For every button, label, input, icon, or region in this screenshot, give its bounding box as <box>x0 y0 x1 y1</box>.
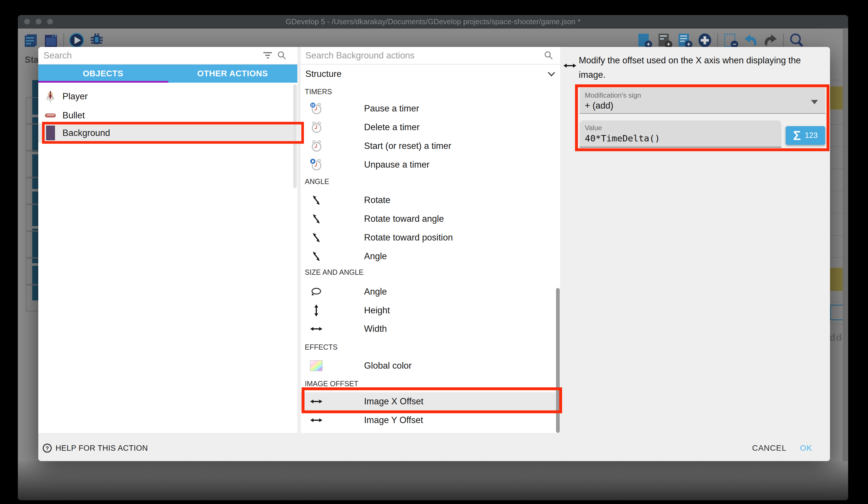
action-item-label: Delete a timer <box>364 122 420 132</box>
search-icon[interactable] <box>544 51 553 61</box>
add-new-icon[interactable] <box>697 32 713 48</box>
editor-scrollbar-area <box>843 28 848 500</box>
value-label: Value <box>585 124 602 132</box>
actions-panel: Search Background actions Structure TIME… <box>301 47 560 433</box>
horizontal-arrow-icon <box>309 413 323 427</box>
rotate-diagonal-arrow-icon <box>309 231 323 244</box>
player-ship-icon <box>43 88 58 105</box>
timer-icon <box>309 120 323 134</box>
cancel-button[interactable]: CANCEL <box>752 442 787 454</box>
svg-text:?: ? <box>45 445 49 451</box>
edit-action-dialog: Search OBJECTS OTHER ACTIONS Player <box>38 47 830 461</box>
action-item-label: Rotate toward angle <box>364 214 444 224</box>
section-title-angle: ANGLE <box>305 177 329 186</box>
action-item-pause-timer[interactable]: Pause a timer <box>301 99 556 118</box>
action-item-label: Rotate toward position <box>364 232 453 243</box>
expression-editor-button[interactable]: Σ 123 <box>786 126 825 145</box>
undo-icon[interactable] <box>743 32 758 48</box>
action-item-start-timer[interactable]: Start (or reset) a timer <box>301 137 556 155</box>
event-condition-box <box>26 124 40 151</box>
rotation-ellipse-icon <box>309 285 323 299</box>
group-select-value: Structure <box>306 64 342 83</box>
object-label: Background <box>62 128 110 138</box>
event-condition-box <box>26 258 40 284</box>
add-comment-icon[interactable]: + <box>677 32 692 48</box>
section-title-size-and-angle: SIZE AND ANGLE <box>305 268 363 276</box>
action-item-angle-rotation[interactable]: Angle <box>301 283 556 301</box>
vertical-arrow-icon <box>309 304 323 317</box>
action-item-rotate[interactable]: Rotate <box>301 191 556 209</box>
event-condition-box <box>26 97 40 124</box>
object-row-bullet[interactable]: Bullet <box>38 106 294 125</box>
search-icon[interactable] <box>277 51 286 61</box>
objects-search-field[interactable]: Search <box>38 47 297 64</box>
event-selection-outline <box>830 305 844 320</box>
group-select[interactable]: Structure <box>301 64 556 83</box>
event-condition-box <box>26 151 40 178</box>
object-row-player[interactable]: Player <box>38 87 294 106</box>
action-item-label: Image Y Offset <box>364 415 423 425</box>
ok-button[interactable]: OK <box>795 442 817 454</box>
add-event-icon[interactable]: + <box>637 32 652 48</box>
delete-event-icon[interactable]: − <box>723 32 738 48</box>
action-item-label: Global color <box>364 361 412 371</box>
action-item-rotate-toward-position[interactable]: Rotate toward position <box>301 228 556 247</box>
action-item-rotate-toward-angle[interactable]: Rotate toward angle <box>301 210 556 228</box>
project-manager-icon[interactable] <box>23 32 39 48</box>
action-item-angle[interactable]: Angle <box>301 247 556 265</box>
action-item-label: Angle <box>364 251 387 262</box>
section-title-effects: EFFECTS <box>305 343 338 351</box>
tab-objects[interactable]: OBJECTS <box>38 64 168 83</box>
value-input[interactable]: Value 40*TimeDelta() <box>580 120 782 148</box>
sigma-icon: Σ <box>793 129 800 142</box>
modification-sign-select[interactable]: Modification's sign + (add) <box>580 88 825 114</box>
numeric-expression-badge: 123 <box>805 131 818 140</box>
scene-tab-label: Sta <box>25 55 39 65</box>
action-item-delete-timer[interactable]: Delete a timer <box>301 118 556 137</box>
horizontal-arrow-icon <box>309 395 323 409</box>
dropdown-caret-icon <box>811 100 818 104</box>
help-question-icon: ? <box>42 443 52 453</box>
action-item-label: Width <box>364 324 387 334</box>
tab-other-actions-label: OTHER ACTIONS <box>197 69 268 78</box>
objects-search-placeholder: Search <box>43 47 72 64</box>
redo-icon[interactable] <box>763 32 778 48</box>
rotate-diagonal-arrow-icon <box>309 249 323 263</box>
action-item-height[interactable]: Height <box>301 301 556 320</box>
toolbar-search-icon[interactable] <box>788 32 804 48</box>
active-tab-underline <box>38 81 168 83</box>
action-description: Modify the offset used on the X axis whe… <box>579 53 829 82</box>
action-item-label: Rotate <box>364 195 390 205</box>
object-tabs: OBJECTS OTHER ACTIONS <box>38 64 297 83</box>
filter-icon[interactable] <box>264 52 272 60</box>
tab-other-actions[interactable]: OTHER ACTIONS <box>168 64 297 83</box>
action-item-label: Unpause a timer <box>364 160 430 170</box>
action-item-unpause-timer[interactable]: Unpause a timer <box>301 155 556 174</box>
chevron-down-icon <box>547 71 556 78</box>
toolbar-divider <box>717 33 718 48</box>
titlebar: GDevelop 5 - /Users/dkarakay/Documents/G… <box>18 15 848 29</box>
actions-scrollbar[interactable] <box>556 288 560 433</box>
action-item-width[interactable]: Width <box>301 320 556 338</box>
add-subevent-icon[interactable]: + <box>657 32 672 48</box>
action-item-global-color[interactable]: Global color <box>301 356 556 375</box>
action-item-image-y-offset[interactable]: Image Y Offset <box>301 411 556 430</box>
objects-scrollbar[interactable] <box>293 84 297 188</box>
debugger-bug-icon[interactable] <box>89 32 104 48</box>
action-item-image-x-offset-selected[interactable]: Image X Offset <box>301 392 556 410</box>
unpause-timer-icon <box>309 158 323 172</box>
action-item-label: Pause a timer <box>364 103 419 114</box>
background-swatch-icon <box>43 124 58 142</box>
actions-search-placeholder: Search Background actions <box>306 47 414 64</box>
help-for-action-button[interactable]: ? HELP FOR THIS ACTION <box>42 442 148 454</box>
preview-play-icon[interactable] <box>69 32 84 48</box>
object-label: Bullet <box>62 110 85 121</box>
bullet-icon <box>43 107 58 124</box>
highlighted-event-row <box>829 268 844 291</box>
modification-sign-value: + (add) <box>585 101 613 111</box>
dimmed-editor-bottom <box>18 461 848 500</box>
objects-panel: Search OBJECTS OTHER ACTIONS Player <box>38 47 297 433</box>
object-row-background-selected[interactable]: Background <box>38 123 294 143</box>
scene-window-icon[interactable] <box>43 32 59 48</box>
actions-search-field[interactable]: Search Background actions <box>301 47 560 64</box>
